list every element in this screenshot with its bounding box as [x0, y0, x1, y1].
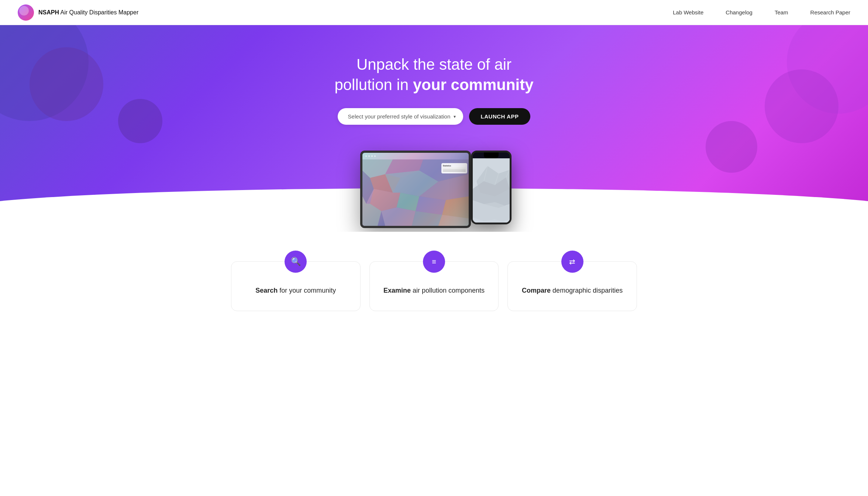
hero-title-line2-bold: your community	[413, 76, 534, 93]
feature-search-title: Search for your community	[255, 287, 336, 294]
logo-icon	[18, 4, 34, 21]
deco-circle-1	[30, 47, 103, 121]
search-icon: 🔍	[291, 257, 301, 266]
compare-icon: ⇄	[569, 257, 575, 266]
brand-text: NSAPH Air Quality Disparities Mapper	[38, 9, 138, 16]
hero-title-line1: Unpack the state of air	[356, 56, 512, 73]
tablet-mockup: Statistics	[360, 151, 471, 228]
compare-icon-circle: ⇄	[561, 251, 583, 273]
deco-circle-4	[765, 69, 838, 143]
chevron-down-icon: ▾	[454, 114, 456, 119]
tablet-map: Statistics	[362, 159, 469, 226]
hero-title-line2-normal: pollution in	[334, 76, 413, 93]
dropdown-placeholder-text: Select your preferred style of visualiza…	[348, 113, 451, 120]
hero-section: Unpack the state of air pollution in you…	[0, 25, 868, 232]
tablet-topbar	[362, 153, 469, 159]
hero-title: Unpack the state of air pollution in you…	[334, 55, 533, 95]
nav-links: Lab Website Changelog Team Research Pape…	[673, 9, 850, 16]
feature-card-compare: ⇄ Compare demographic disparities	[507, 261, 637, 311]
brand-description: Air Quality Disparities Mapper	[59, 9, 138, 16]
navbar: NSAPH Air Quality Disparities Mapper Lab…	[0, 0, 868, 25]
examine-icon-circle: ≡	[423, 251, 445, 273]
brand-name: NSAPH	[38, 9, 59, 16]
feature-card-examine: ≡ Examine air pollution components	[369, 261, 499, 311]
feature-compare-title: Compare demographic disparities	[522, 287, 623, 294]
phone-mockup	[471, 151, 512, 224]
layers-icon: ≡	[432, 258, 436, 266]
feature-examine-title: Examine air pollution components	[383, 287, 485, 294]
feature-compare-rest: demographic disparities	[551, 287, 623, 294]
device-mockups: Statistics	[360, 147, 508, 228]
nav-link-team[interactable]: Team	[775, 9, 788, 16]
launch-app-button[interactable]: LAUNCH APP	[469, 108, 531, 125]
feature-examine-bold: Examine	[383, 287, 411, 294]
features-section: 🔍 Search for your community ≡ Examine ai…	[0, 232, 868, 333]
phone-screen	[473, 158, 510, 224]
feature-examine-rest: air pollution components	[411, 287, 485, 294]
features-grid: 🔍 Search for your community ≡ Examine ai…	[231, 261, 637, 311]
visualization-dropdown[interactable]: Select your preferred style of visualiza…	[338, 108, 463, 125]
brand: NSAPH Air Quality Disparities Mapper	[18, 4, 673, 21]
feature-compare-bold: Compare	[522, 287, 551, 294]
svg-marker-12	[381, 207, 416, 226]
search-icon-circle: 🔍	[285, 251, 307, 273]
feature-search-rest: for your community	[278, 287, 336, 294]
phone-notch	[484, 152, 499, 158]
feature-card-search: 🔍 Search for your community	[231, 261, 361, 311]
tablet-screen: Statistics	[362, 153, 469, 226]
feature-search-bold: Search	[255, 287, 278, 294]
nav-link-changelog[interactable]: Changelog	[726, 9, 752, 16]
hero-controls: Select your preferred style of visualiza…	[338, 108, 531, 125]
nav-link-research-paper[interactable]: Research Paper	[810, 9, 850, 16]
deco-circle-5	[706, 121, 757, 173]
nav-link-lab-website[interactable]: Lab Website	[673, 9, 703, 16]
deco-circle-2	[118, 99, 162, 143]
